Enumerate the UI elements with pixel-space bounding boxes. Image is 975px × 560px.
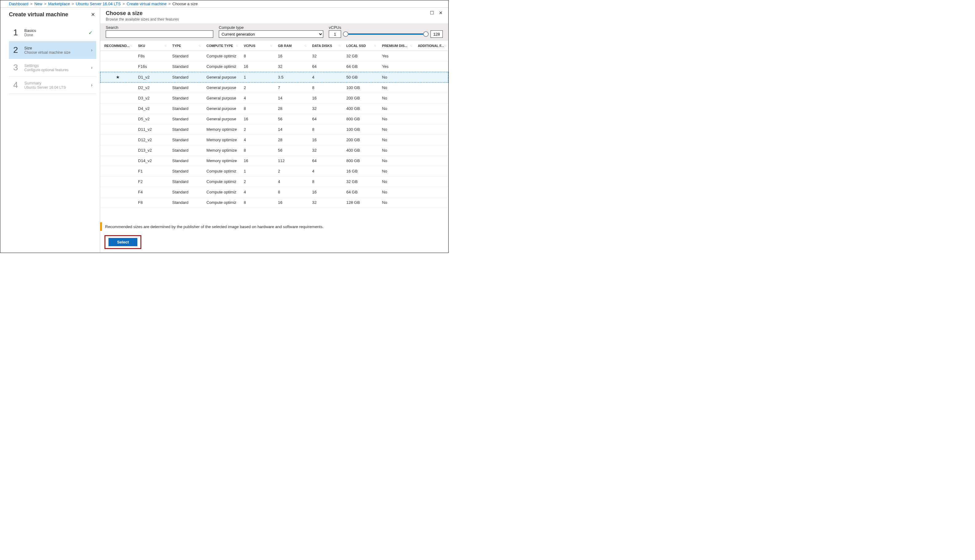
cell-additional xyxy=(414,51,448,62)
cell-premium-disk: No xyxy=(378,187,414,197)
cell-vcpus: 8 xyxy=(240,103,274,114)
cell-data-disks: 64 xyxy=(308,114,343,124)
breadcrumb: Dashboard>New>Marketplace>Ubuntu Server … xyxy=(0,0,448,8)
column-header[interactable]: TYPE↑↓ xyxy=(169,41,203,51)
step-title: Summary xyxy=(24,81,87,85)
cell-ram: 112 xyxy=(274,156,308,166)
cell-vcpus: 4 xyxy=(240,135,274,145)
column-header[interactable]: DATA DISKS↑↓ xyxy=(308,41,343,51)
cell-recommended xyxy=(100,166,134,177)
breadcrumb-item[interactable]: New xyxy=(34,2,42,6)
cell-recommended xyxy=(100,103,134,114)
cell-local-ssd: 32 GB xyxy=(343,177,378,187)
sort-icon: ↑↓ xyxy=(164,44,166,47)
table-row[interactable]: D14_v2 Standard Memory optimize 16 112 6… xyxy=(100,156,448,166)
vcpu-slider[interactable] xyxy=(343,30,429,38)
cell-type: Standard xyxy=(169,145,203,156)
cell-vcpus: 16 xyxy=(240,156,274,166)
breadcrumb-item[interactable]: Dashboard xyxy=(9,2,28,6)
column-header[interactable]: PREMIUM DIS...↑↓ xyxy=(378,41,414,51)
column-header[interactable]: GB RAM↑↓ xyxy=(274,41,308,51)
close-wizard-button[interactable]: ✕ xyxy=(91,12,95,18)
select-highlight: Select xyxy=(104,235,141,249)
cell-compute-type: Compute optimiz xyxy=(203,166,240,177)
column-header[interactable]: ADDITIONAL F...↑↓ xyxy=(414,41,448,51)
cell-premium-disk: No xyxy=(378,114,414,124)
cell-ram: 28 xyxy=(274,103,308,114)
cell-compute-type: Memory optimize xyxy=(203,135,240,145)
table-row[interactable]: D2_v2 Standard General purpose 2 7 8 100… xyxy=(100,83,448,93)
column-header[interactable]: LOCAL SSD↑↓ xyxy=(343,41,378,51)
vcpu-max-input[interactable] xyxy=(430,30,443,38)
table-row[interactable]: F8 Standard Compute optimiz 8 16 32 128 … xyxy=(100,197,448,208)
column-header[interactable]: RECOMMEND...↑↓ xyxy=(100,41,134,51)
cell-local-ssd: 200 GB xyxy=(343,93,378,103)
wizard-step-settings[interactable]: 3 Settings Configure optional features › xyxy=(9,59,96,77)
table-row[interactable]: F4 Standard Compute optimiz 4 8 16 64 GB… xyxy=(100,187,448,197)
cell-type: Standard xyxy=(169,135,203,145)
cell-sku: D12_v2 xyxy=(134,135,168,145)
cell-data-disks: 8 xyxy=(308,124,343,135)
table-row[interactable]: F1 Standard Compute optimiz 1 2 4 16 GB … xyxy=(100,166,448,177)
close-button[interactable]: ✕ xyxy=(439,10,443,16)
table-row[interactable]: D4_v2 Standard General purpose 8 28 32 4… xyxy=(100,103,448,114)
table-row[interactable]: D13_v2 Standard Memory optimize 8 56 32 … xyxy=(100,145,448,156)
compute-type-select[interactable]: Current generation xyxy=(219,30,323,38)
cell-premium-disk: No xyxy=(378,166,414,177)
wizard-panel: Create virtual machine ✕ 1 Basics Done ✓… xyxy=(0,8,100,253)
step-subtitle: Configure optional features xyxy=(24,68,87,72)
cell-sku: D3_v2 xyxy=(134,93,168,103)
cell-data-disks: 64 xyxy=(308,156,343,166)
cell-type: Standard xyxy=(169,83,203,93)
wizard-step-basics[interactable]: 1 Basics Done ✓ xyxy=(9,24,96,42)
cell-ram: 28 xyxy=(274,135,308,145)
breadcrumb-item[interactable]: Ubuntu Server 16.04 LTS xyxy=(75,2,120,6)
cell-type: Standard xyxy=(169,93,203,103)
table-row[interactable]: D12_v2 Standard Memory optimize 4 28 16 … xyxy=(100,135,448,145)
table-row[interactable]: D5_v2 Standard General purpose 16 56 64 … xyxy=(100,114,448,124)
cell-data-disks: 16 xyxy=(308,93,343,103)
star-icon: ★ xyxy=(116,75,120,80)
cell-additional xyxy=(414,145,448,156)
cell-sku: D1_v2 xyxy=(134,72,168,83)
table-row[interactable]: F16s Standard Compute optimiz 16 32 64 6… xyxy=(100,62,448,72)
cell-premium-disk: No xyxy=(378,72,414,83)
check-icon: ✓ xyxy=(89,30,92,36)
table-row[interactable]: ★ D1_v2 Standard General purpose 1 3.5 4… xyxy=(100,72,448,83)
cell-type: Standard xyxy=(169,72,203,83)
cell-type: Standard xyxy=(169,62,203,72)
breadcrumb-item[interactable]: Marketplace xyxy=(48,2,70,6)
cell-type: Standard xyxy=(169,124,203,135)
wizard-step-size[interactable]: 2 Size Choose virtual machine size › xyxy=(9,42,96,59)
search-input[interactable] xyxy=(106,30,213,38)
slider-thumb-max[interactable] xyxy=(423,31,429,37)
cell-vcpus: 1 xyxy=(240,72,274,83)
breadcrumb-item: Choose a size xyxy=(172,2,197,6)
breadcrumb-item[interactable]: Create virtual machine xyxy=(127,2,167,6)
column-header[interactable]: SKU↑↓ xyxy=(134,41,168,51)
cell-sku: D11_v2 xyxy=(134,124,168,135)
sort-icon: ↑↓ xyxy=(199,44,200,47)
column-header[interactable]: VCPUS↑↓ xyxy=(240,41,274,51)
sort-icon: ↑↓ xyxy=(338,44,340,47)
table-row[interactable]: F8s Standard Compute optimiz 8 16 32 32 … xyxy=(100,51,448,62)
maximize-button[interactable]: ☐ xyxy=(430,10,434,16)
column-header[interactable]: COMPUTE TYPE↑↓ xyxy=(203,41,240,51)
slider-thumb-min[interactable] xyxy=(343,31,348,37)
cell-premium-disk: No xyxy=(378,83,414,93)
sort-icon: ↑↓ xyxy=(304,44,306,47)
cell-local-ssd: 100 GB xyxy=(343,124,378,135)
table-row[interactable]: D3_v2 Standard General purpose 4 14 16 2… xyxy=(100,93,448,103)
table-row[interactable]: F2 Standard Compute optimiz 2 4 8 32 GB … xyxy=(100,177,448,187)
vcpu-label: vCPUs xyxy=(329,25,443,30)
wizard-step-summary[interactable]: 4 Summary Ubuntu Server 16.04 LTS › xyxy=(9,77,96,94)
cell-ram: 14 xyxy=(274,124,308,135)
page-title: Choose a size xyxy=(106,10,179,17)
cell-vcpus: 16 xyxy=(240,114,274,124)
cell-data-disks: 4 xyxy=(308,72,343,83)
table-row[interactable]: D11_v2 Standard Memory optimize 2 14 8 1… xyxy=(100,124,448,135)
cell-premium-disk: Yes xyxy=(378,62,414,72)
vcpu-min-input[interactable] xyxy=(329,30,341,38)
cell-recommended xyxy=(100,145,134,156)
select-button[interactable]: Select xyxy=(109,238,137,246)
